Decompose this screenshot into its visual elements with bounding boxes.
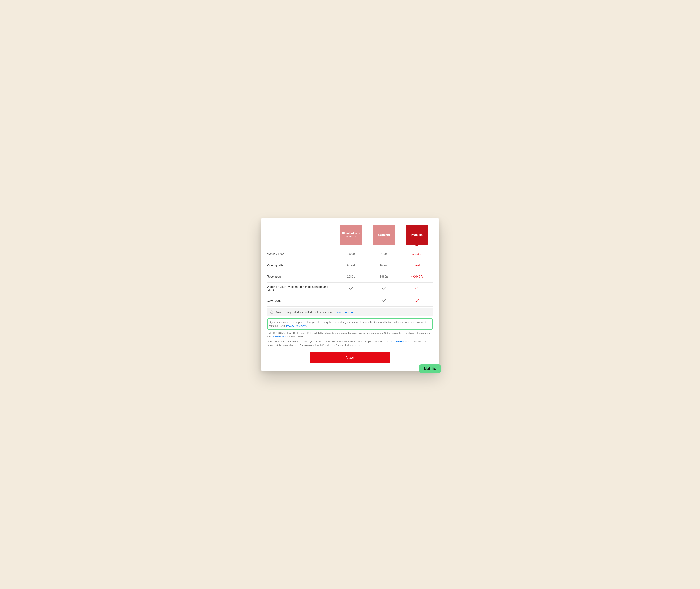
disclaimers: Full HD (1080p), Ultra HD (4K) and HDR a… (267, 331, 433, 347)
downloads-premium (400, 298, 433, 304)
row-label: Watch on your TV, computer, mobile phone… (267, 285, 335, 293)
resolution-standard: 1080p (367, 275, 400, 278)
price-premium: £15.99 (400, 252, 433, 256)
devices-premium (400, 286, 433, 291)
row-label: Video quality (267, 263, 335, 267)
disclaimer2-pre: Only people who live with you may use yo… (267, 340, 391, 343)
highlighted-disclaimer: If you select an advert-supported plan, … (267, 318, 433, 330)
row-downloads: Downloads (267, 295, 433, 307)
privacy-statement-link[interactable]: Privacy Statement (286, 325, 306, 327)
disclaimer1-post: for more details. (286, 335, 305, 338)
quality-standard-adverts: Great (335, 264, 367, 267)
plan-option-standard[interactable]: Standard (373, 225, 395, 245)
resolution-standard-adverts: 1080p (335, 275, 367, 278)
price-standard: £10.99 (367, 252, 400, 256)
downloads-standard (367, 298, 400, 304)
highlight-text-post: . (306, 325, 307, 327)
learn-more-link[interactable]: Learn more (391, 340, 404, 343)
plan-option-premium[interactable]: Premium (406, 225, 428, 245)
brand-badge: Netflix (419, 365, 441, 373)
svg-rect-0 (271, 312, 273, 313)
row-label: Downloads (267, 299, 335, 303)
plan-selection-card: Standard with adverts Standard Premium M… (261, 218, 439, 371)
check-icon (414, 286, 419, 291)
disclaimer-line-1: Full HD (1080p), Ultra HD (4K) and HDR a… (267, 331, 433, 338)
quality-premium: Best (400, 264, 433, 267)
next-button-wrap: Next (267, 352, 433, 363)
check-icon (349, 286, 353, 291)
advert-info-strip: An advert-supported plan includes a few … (267, 308, 433, 317)
quality-standard: Great (367, 264, 400, 267)
check-icon (382, 298, 386, 303)
advert-info-content: An advert-supported plan includes a few … (276, 311, 358, 314)
lock-icon (270, 310, 274, 314)
dash-icon (349, 301, 353, 301)
check-icon (382, 286, 386, 291)
row-devices: Watch on your TV, computer, mobile phone… (267, 282, 433, 296)
downloads-standard-adverts (335, 299, 367, 303)
header-spacer (267, 225, 335, 245)
row-label: Resolution (267, 275, 335, 279)
devices-standard-adverts (335, 286, 367, 291)
learn-how-link[interactable]: Learn how it works. (336, 311, 358, 314)
row-quality: Video quality Great Great Best (267, 260, 433, 271)
row-label: Monthly price (267, 252, 335, 256)
plan-option-standard-adverts[interactable]: Standard with adverts (340, 225, 362, 245)
disclaimer-line-2: Only people who live with you may use yo… (267, 340, 433, 347)
advert-info-text: An advert-supported plan includes a few … (276, 311, 335, 314)
resolution-premium: 4K+HDR (400, 275, 433, 278)
devices-standard (367, 286, 400, 291)
price-standard-adverts: £4.99 (335, 252, 367, 256)
row-resolution: Resolution 1080p 1080p 4K+HDR (267, 271, 433, 282)
plan-header-row: Standard with adverts Standard Premium (267, 225, 433, 249)
terms-of-use-link[interactable]: Terms of Use (272, 335, 287, 338)
row-price: Monthly price £4.99 £10.99 £15.99 (267, 249, 433, 260)
check-icon (414, 298, 419, 303)
next-button[interactable]: Next (310, 352, 390, 363)
